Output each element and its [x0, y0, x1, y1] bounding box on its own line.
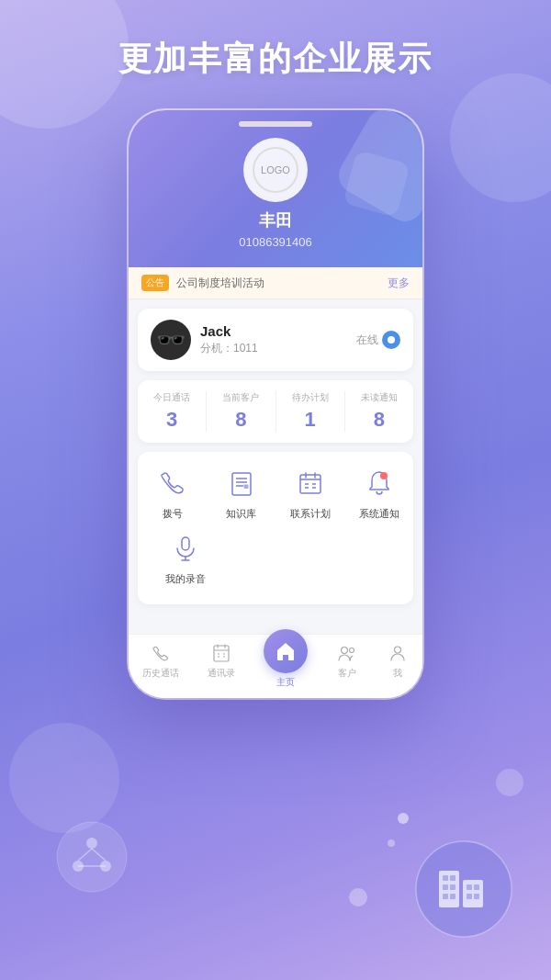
stat-label-0: 今日通话	[153, 391, 190, 404]
user-ext: 分机：1011	[200, 341, 356, 356]
svg-point-33	[100, 861, 111, 872]
nav-item-me[interactable]: 我	[387, 642, 409, 689]
svg-point-27	[341, 648, 347, 654]
svg-rect-42	[443, 884, 448, 890]
user-card: 🕶️ Jack 分机：1011 在线	[138, 309, 413, 371]
network-icon-right	[413, 839, 514, 943]
user-name: Jack	[200, 323, 356, 339]
online-indicator	[382, 331, 400, 349]
logo-text: LOGO	[261, 164, 290, 175]
svg-rect-16	[182, 537, 189, 550]
notification-icon	[361, 465, 398, 501]
contacts-icon	[210, 642, 232, 664]
user-avatar: 🕶️	[151, 320, 191, 360]
knowledge-icon	[223, 465, 260, 501]
user-info: Jack 分机：1011	[200, 323, 356, 356]
stat-label-1: 当前客户	[222, 391, 259, 404]
menu-label-notification: 系统通知	[359, 507, 399, 521]
menu-item-recording[interactable]: 我的录音	[158, 530, 213, 586]
menu-grid: 拨号 知识库	[138, 452, 413, 604]
svg-rect-39	[463, 880, 483, 907]
nav-label-contacts: 通讯录	[208, 667, 235, 680]
menu-row-1: 拨号 知识库	[138, 465, 413, 521]
stat-today-calls: 今日通话 3	[138, 391, 207, 432]
nav-item-history[interactable]: 历史通话	[142, 642, 179, 689]
svg-rect-49	[474, 894, 479, 899]
stat-current-customers: 当前客户 8	[207, 391, 276, 432]
svg-rect-45	[450, 894, 455, 899]
deco-dot-1	[398, 813, 409, 824]
online-text: 在线	[356, 332, 378, 348]
menu-item-dial[interactable]: 拨号	[145, 465, 200, 521]
svg-rect-43	[450, 884, 455, 890]
me-icon	[387, 642, 409, 664]
nav-label-history: 历史通话	[142, 667, 179, 680]
menu-row-2: 我的录音	[138, 530, 413, 586]
stat-pending-plans: 待办计划 1	[276, 391, 345, 432]
company-logo: LOGO	[243, 138, 308, 202]
svg-rect-48	[467, 894, 472, 899]
customers-icon	[336, 642, 358, 664]
menu-item-knowledge[interactable]: 知识库	[214, 465, 269, 521]
stat-label-2: 待办计划	[292, 391, 329, 404]
notice-bar[interactable]: 公告 公司制度培训活动 更多	[129, 267, 422, 299]
company-name: 丰田	[259, 209, 292, 231]
deco-circle-small	[349, 888, 367, 907]
svg-line-35	[92, 849, 106, 861]
svg-rect-44	[443, 894, 448, 899]
avatar-emoji: 🕶️	[156, 328, 186, 352]
menu-label-knowledge: 知识库	[226, 507, 256, 521]
svg-point-37	[416, 841, 512, 937]
stats-row: 今日通话 3 当前客户 8 待办计划 1 未读通知 8	[138, 380, 413, 443]
notice-text: 公司制度培训活动	[176, 276, 380, 291]
phone-body: 公告 公司制度培训活动 更多 🕶️ Jack 分机：1011 在线 今日通	[129, 267, 422, 698]
svg-point-28	[349, 648, 354, 653]
nav-item-contacts[interactable]: 通讯录	[208, 642, 235, 689]
svg-point-31	[86, 838, 97, 849]
menu-label-contact-plan: 联系计划	[290, 507, 331, 521]
svg-rect-46	[467, 884, 472, 890]
ext-label: 分机：	[200, 342, 233, 355]
bottom-nav: 历史通话 通讯录	[129, 634, 422, 698]
menu-label-recording: 我的录音	[165, 572, 206, 586]
menu-item-notification[interactable]: 系统通知	[352, 465, 407, 521]
home-tab-button[interactable]	[264, 629, 308, 673]
nav-label-customers: 客户	[338, 667, 356, 680]
dial-icon	[154, 465, 191, 501]
svg-point-15	[380, 472, 388, 479]
bg-circle-bottom-left	[9, 723, 119, 833]
menu-item-contact-plan[interactable]: 联系计划	[283, 465, 338, 521]
stat-value-1: 8	[235, 408, 246, 432]
contact-plan-icon	[292, 465, 329, 501]
svg-point-32	[73, 861, 84, 872]
notice-more-link[interactable]: 更多	[388, 276, 410, 291]
svg-rect-19	[214, 646, 229, 661]
deco-circle-md	[496, 769, 523, 796]
svg-rect-41	[450, 875, 455, 881]
svg-point-29	[394, 647, 400, 653]
svg-rect-40	[443, 875, 448, 881]
stat-value-3: 8	[374, 408, 385, 432]
svg-line-34	[78, 849, 92, 861]
bg-circle-top-right	[450, 73, 551, 202]
nav-label-home: 主页	[276, 676, 295, 689]
phone-header: LOGO 丰田 01086391406	[129, 110, 422, 267]
svg-rect-7	[300, 475, 320, 493]
history-icon	[150, 642, 172, 664]
stat-label-3: 未读通知	[361, 391, 398, 404]
phone-notch	[239, 121, 312, 127]
phone-mockup: LOGO 丰田 01086391406 公告 公司制度培训活动 更多 🕶️ Ja…	[129, 110, 422, 698]
stat-value-0: 3	[166, 408, 177, 432]
menu-label-dial: 拨号	[163, 507, 183, 521]
nav-label-me: 我	[393, 667, 402, 680]
ext-number: 1011	[233, 342, 258, 355]
page-title: 更加丰富的企业展示	[0, 37, 551, 82]
company-phone: 01086391406	[239, 235, 312, 249]
svg-rect-47	[474, 884, 479, 890]
nav-item-customers[interactable]: 客户	[336, 642, 358, 689]
svg-rect-38	[439, 871, 459, 907]
nav-item-home[interactable]: 主页	[264, 642, 308, 689]
recording-icon	[167, 530, 204, 567]
deco-dot-2	[388, 839, 395, 847]
stat-unread-notifications: 未读通知 8	[345, 391, 413, 432]
